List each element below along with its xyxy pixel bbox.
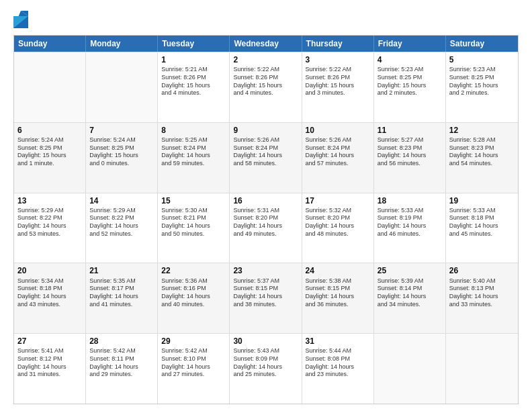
cell-info: Sunrise: 5:32 AM Sunset: 8:20 PM Dayligh… [306,207,370,238]
day-number: 14 [89,195,154,206]
day-number: 26 [449,265,515,276]
calendar-cell: 20Sunrise: 5:34 AM Sunset: 8:18 PM Dayli… [14,263,86,333]
logo [13,11,30,28]
calendar-body: 1Sunrise: 5:21 AM Sunset: 8:26 PM Daylig… [14,52,518,404]
logo-icon [13,11,28,28]
header-day-friday: Friday [374,36,446,52]
calendar-cell: 12Sunrise: 5:28 AM Sunset: 8:23 PM Dayli… [446,123,518,193]
day-number: 6 [17,125,82,136]
day-number: 18 [378,195,442,206]
day-number: 15 [161,195,226,206]
calendar-cell: 24Sunrise: 5:38 AM Sunset: 8:15 PM Dayli… [302,263,374,333]
cell-info: Sunrise: 5:33 AM Sunset: 8:18 PM Dayligh… [449,207,515,238]
header [13,11,519,28]
cell-info: Sunrise: 5:38 AM Sunset: 8:15 PM Dayligh… [306,277,370,309]
header-day-tuesday: Tuesday [158,36,230,52]
day-number: 8 [161,125,226,136]
calendar-cell: 21Sunrise: 5:35 AM Sunset: 8:17 PM Dayli… [86,263,158,333]
cell-info: Sunrise: 5:22 AM Sunset: 8:26 PM Dayligh… [306,66,370,97]
calendar-cell: 30Sunrise: 5:43 AM Sunset: 8:09 PM Dayli… [230,334,302,404]
day-number: 29 [161,336,226,347]
calendar-cell: 29Sunrise: 5:42 AM Sunset: 8:10 PM Dayli… [158,334,230,404]
cell-info: Sunrise: 5:44 AM Sunset: 8:08 PM Dayligh… [306,347,370,379]
calendar-cell: 19Sunrise: 5:33 AM Sunset: 8:18 PM Dayli… [446,193,518,263]
cell-info: Sunrise: 5:30 AM Sunset: 8:21 PM Dayligh… [161,207,226,238]
day-number: 10 [306,125,370,136]
day-number: 16 [233,195,298,206]
calendar-cell [86,52,158,122]
calendar-cell: 13Sunrise: 5:29 AM Sunset: 8:22 PM Dayli… [14,193,86,263]
header-day-wednesday: Wednesday [230,36,302,52]
calendar-cell: 2Sunrise: 5:22 AM Sunset: 8:26 PM Daylig… [230,52,302,122]
day-number: 30 [233,336,298,347]
cell-info: Sunrise: 5:26 AM Sunset: 8:24 PM Dayligh… [306,136,370,168]
day-number: 28 [89,336,154,347]
day-number: 5 [449,54,515,65]
cell-info: Sunrise: 5:23 AM Sunset: 8:25 PM Dayligh… [449,66,515,97]
day-number: 12 [449,125,515,136]
calendar-cell: 17Sunrise: 5:32 AM Sunset: 8:20 PM Dayli… [302,193,374,263]
day-number: 2 [233,54,298,65]
day-number: 11 [378,125,442,136]
header-day-saturday: Saturday [446,36,518,52]
calendar-cell: 25Sunrise: 5:39 AM Sunset: 8:14 PM Dayli… [374,263,446,333]
day-number: 23 [233,265,298,276]
calendar-week-4: 20Sunrise: 5:34 AM Sunset: 8:18 PM Dayli… [14,263,518,333]
cell-info: Sunrise: 5:28 AM Sunset: 8:23 PM Dayligh… [449,136,515,168]
calendar-cell: 5Sunrise: 5:23 AM Sunset: 8:25 PM Daylig… [446,52,518,122]
cell-info: Sunrise: 5:31 AM Sunset: 8:20 PM Dayligh… [233,207,298,238]
day-number: 27 [17,336,82,347]
calendar-header: SundayMondayTuesdayWednesdayThursdayFrid… [14,36,518,52]
cell-info: Sunrise: 5:25 AM Sunset: 8:24 PM Dayligh… [161,136,226,168]
day-number: 24 [306,265,370,276]
day-number: 19 [449,195,515,206]
calendar: SundayMondayTuesdayWednesdayThursdayFrid… [13,35,519,404]
calendar-cell: 15Sunrise: 5:30 AM Sunset: 8:21 PM Dayli… [158,193,230,263]
cell-info: Sunrise: 5:29 AM Sunset: 8:22 PM Dayligh… [17,207,82,238]
calendar-cell [446,334,518,404]
cell-info: Sunrise: 5:34 AM Sunset: 8:18 PM Dayligh… [17,277,82,309]
cell-info: Sunrise: 5:35 AM Sunset: 8:17 PM Dayligh… [89,277,154,309]
cell-info: Sunrise: 5:24 AM Sunset: 8:25 PM Dayligh… [17,136,82,168]
calendar-cell: 6Sunrise: 5:24 AM Sunset: 8:25 PM Daylig… [14,123,86,193]
calendar-cell: 31Sunrise: 5:44 AM Sunset: 8:08 PM Dayli… [302,334,374,404]
cell-info: Sunrise: 5:37 AM Sunset: 8:15 PM Dayligh… [233,277,298,309]
calendar-cell: 10Sunrise: 5:26 AM Sunset: 8:24 PM Dayli… [302,123,374,193]
day-number: 13 [17,195,82,206]
day-number: 1 [161,54,226,65]
cell-info: Sunrise: 5:26 AM Sunset: 8:24 PM Dayligh… [233,136,298,168]
cell-info: Sunrise: 5:23 AM Sunset: 8:25 PM Dayligh… [378,66,442,97]
calendar-cell: 3Sunrise: 5:22 AM Sunset: 8:26 PM Daylig… [302,52,374,122]
calendar-cell: 16Sunrise: 5:31 AM Sunset: 8:20 PM Dayli… [230,193,302,263]
calendar-cell: 11Sunrise: 5:27 AM Sunset: 8:23 PM Dayli… [374,123,446,193]
cell-info: Sunrise: 5:21 AM Sunset: 8:26 PM Dayligh… [161,66,226,97]
day-number: 20 [17,265,82,276]
day-number: 31 [306,336,370,347]
day-number: 25 [378,265,442,276]
cell-info: Sunrise: 5:33 AM Sunset: 8:19 PM Dayligh… [378,207,442,238]
day-number: 4 [378,54,442,65]
day-number: 3 [306,54,370,65]
cell-info: Sunrise: 5:42 AM Sunset: 8:10 PM Dayligh… [161,347,226,379]
cell-info: Sunrise: 5:24 AM Sunset: 8:25 PM Dayligh… [89,136,154,168]
calendar-cell: 1Sunrise: 5:21 AM Sunset: 8:26 PM Daylig… [158,52,230,122]
cell-info: Sunrise: 5:36 AM Sunset: 8:16 PM Dayligh… [161,277,226,309]
calendar-cell: 23Sunrise: 5:37 AM Sunset: 8:15 PM Dayli… [230,263,302,333]
cell-info: Sunrise: 5:41 AM Sunset: 8:12 PM Dayligh… [17,347,82,379]
day-number: 7 [89,125,154,136]
header-day-thursday: Thursday [302,36,374,52]
calendar-cell: 14Sunrise: 5:29 AM Sunset: 8:22 PM Dayli… [86,193,158,263]
day-number: 9 [233,125,298,136]
day-number: 22 [161,265,226,276]
cell-info: Sunrise: 5:29 AM Sunset: 8:22 PM Dayligh… [89,207,154,238]
calendar-cell: 26Sunrise: 5:40 AM Sunset: 8:13 PM Dayli… [446,263,518,333]
calendar-cell: 18Sunrise: 5:33 AM Sunset: 8:19 PM Dayli… [374,193,446,263]
cell-info: Sunrise: 5:43 AM Sunset: 8:09 PM Dayligh… [233,347,298,379]
header-day-sunday: Sunday [14,36,86,52]
cell-info: Sunrise: 5:40 AM Sunset: 8:13 PM Dayligh… [449,277,515,309]
calendar-cell: 27Sunrise: 5:41 AM Sunset: 8:12 PM Dayli… [14,334,86,404]
calendar-cell [14,52,86,122]
calendar-week-2: 6Sunrise: 5:24 AM Sunset: 8:25 PM Daylig… [14,122,518,193]
header-day-monday: Monday [86,36,158,52]
cell-info: Sunrise: 5:42 AM Sunset: 8:11 PM Dayligh… [89,347,154,379]
